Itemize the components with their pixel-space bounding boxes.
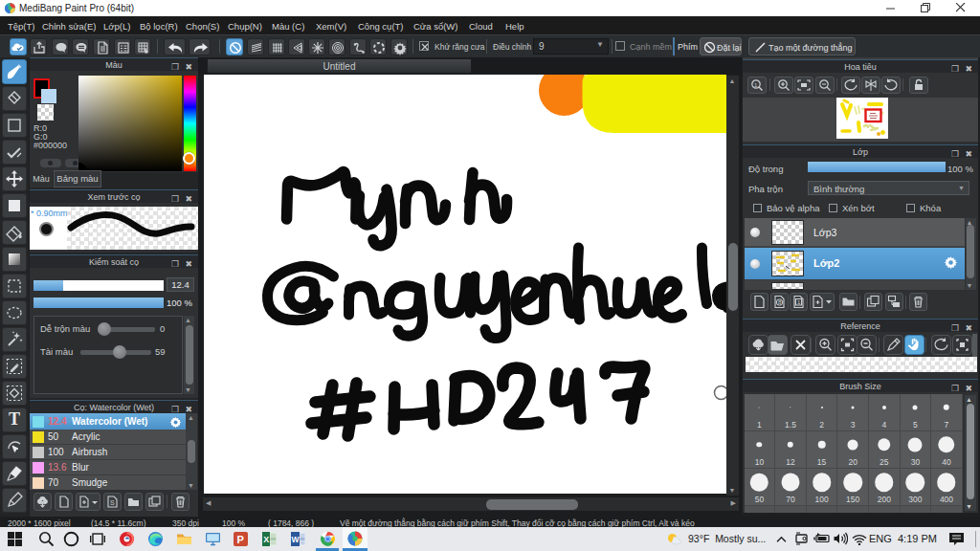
svg-text:S: S <box>110 499 115 506</box>
svg-text:1: 1 <box>754 82 758 88</box>
svg-text:1: 1 <box>797 299 801 305</box>
svg-text:X: X <box>263 535 269 544</box>
svg-text:P: P <box>237 534 244 545</box>
svg-text:W: W <box>292 535 301 544</box>
